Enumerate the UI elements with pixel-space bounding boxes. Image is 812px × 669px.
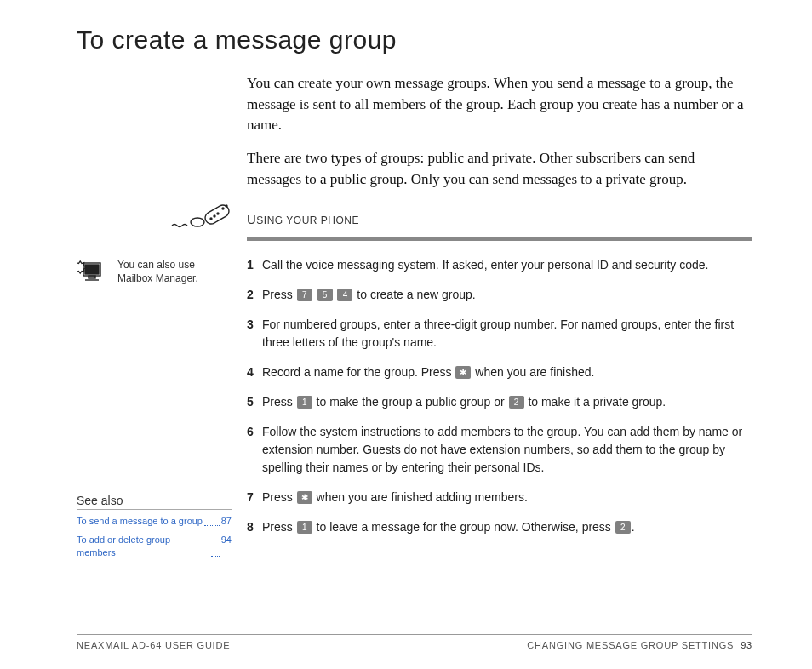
step-item: 2 Press 7 5 4 to create a new group. — [247, 286, 752, 304]
svg-point-3 — [214, 215, 215, 217]
steps-list: 1 Call the voice messaging system. If as… — [247, 256, 752, 548]
see-also-rule — [77, 509, 232, 510]
footer-right: CHANGING MESSAGE GROUP SETTINGS93 — [527, 640, 752, 650]
see-also: See also To send a message to a group87 … — [77, 494, 232, 559]
sidebar-tip: You can also use Mailbox Manager. — [77, 256, 232, 289]
intro-paragraph: There are two types of groups: public an… — [247, 148, 752, 190]
svg-point-4 — [217, 213, 219, 214]
svg-rect-8 — [85, 265, 99, 274]
section-rule — [247, 237, 752, 241]
gear-monitor-icon — [77, 256, 111, 289]
see-also-heading: See also — [77, 494, 232, 507]
keypad-key: 5 — [317, 289, 333, 301]
svg-point-0 — [191, 218, 204, 226]
keypad-key: 4 — [337, 289, 352, 301]
keypad-key: 1 — [297, 396, 312, 409]
keypad-key: 7 — [297, 289, 312, 301]
section-label: USING YOUR PHONE — [247, 212, 359, 226]
see-also-link[interactable]: To send a message to a group87 — [77, 515, 232, 528]
keypad-key: 2 — [615, 521, 631, 534]
keypad-key-star: ✱ — [455, 366, 471, 379]
svg-point-6 — [226, 205, 227, 207]
step-item: 6 Follow the system instructions to add … — [247, 423, 752, 477]
section-header-row: USING YOUR PHONE — [77, 202, 752, 236]
page-title: To create a message group — [77, 26, 752, 54]
step-item: 1 Call the voice messaging system. If as… — [247, 256, 752, 274]
page-footer: NEAXMAIL AD-64 USER GUIDE CHANGING MESSA… — [77, 634, 752, 650]
see-also-link[interactable]: To add or delete group members94 — [77, 534, 232, 560]
svg-point-5 — [222, 208, 224, 209]
svg-point-2 — [210, 218, 212, 220]
step-item: 4 Record a name for the group. Press ✱ w… — [247, 363, 752, 381]
phone-icon — [77, 202, 247, 236]
keypad-key: 2 — [509, 396, 524, 409]
svg-rect-9 — [89, 276, 95, 278]
step-item: 5 Press 1 to make the group a public gro… — [247, 393, 752, 411]
tip-text: You can also use Mailbox Manager. — [117, 256, 232, 285]
keypad-key-star: ✱ — [297, 491, 312, 504]
step-item: 7 Press ✱ when you are finished adding m… — [247, 489, 752, 506]
keypad-key: 1 — [297, 521, 312, 534]
step-item: 3 For numbered groups, enter a three-dig… — [247, 316, 752, 352]
intro-block: You can create your own message groups. … — [247, 73, 752, 190]
intro-paragraph: You can create your own message groups. … — [247, 73, 752, 136]
step-item: 8 Press 1 to leave a message for the gro… — [247, 518, 752, 536]
footer-left: NEAXMAIL AD-64 USER GUIDE — [77, 640, 230, 650]
